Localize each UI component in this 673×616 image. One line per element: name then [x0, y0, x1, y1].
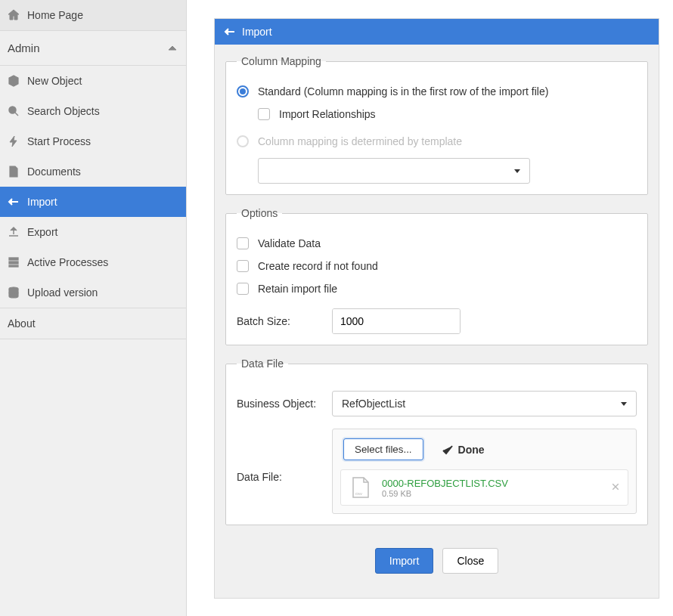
- chevron-down-icon: [621, 402, 627, 406]
- sidebar-item-label: Active Processes: [27, 256, 178, 268]
- database-icon: [8, 286, 20, 299]
- svg-rect-3: [9, 258, 18, 260]
- data-file-legend: Data File: [237, 358, 288, 370]
- business-object-select[interactable]: RefObjectList: [332, 391, 637, 416]
- business-object-row: Business Object: RefObjectList: [237, 391, 637, 416]
- import-button[interactable]: Import: [375, 548, 434, 574]
- checkbox-label: Retain import file: [258, 283, 337, 295]
- close-button[interactable]: Close: [442, 548, 498, 574]
- radio-standard[interactable]: Standard (Column mapping is in the first…: [237, 85, 637, 98]
- svg-rect-4: [9, 262, 18, 264]
- svg-line-1: [15, 113, 18, 116]
- sidebar-item-export[interactable]: Export: [0, 217, 186, 247]
- template-select[interactable]: [258, 158, 530, 184]
- sidebar-item-label: New Object: [27, 75, 178, 87]
- options-fieldset: Options Validate Data Create record if n…: [225, 207, 648, 345]
- search-icon: [8, 105, 20, 117]
- business-object-value: RefObjectList: [342, 398, 405, 410]
- panel-footer: Import Close: [225, 537, 648, 587]
- check-icon: [442, 444, 454, 456]
- data-file-fieldset: Data File Business Object: RefObjectList…: [225, 358, 648, 525]
- sidebar-section-label: Admin: [8, 42, 159, 54]
- checkbox-label: Import Relationships: [279, 108, 376, 120]
- file-name: 0000-REFOBJECTLIST.CSV: [382, 478, 602, 489]
- column-mapping-legend: Column Mapping: [237, 55, 326, 67]
- radio-template[interactable]: Column mapping is determined by template: [237, 135, 637, 147]
- radio-icon: [237, 135, 249, 147]
- document-icon: [8, 166, 20, 178]
- batch-size-label: Batch Size:: [237, 315, 321, 327]
- radio-label: Standard (Column mapping is in the first…: [258, 85, 548, 98]
- lightning-icon: [8, 135, 20, 147]
- sidebar-item-start-process[interactable]: Start Process: [0, 126, 186, 156]
- sidebar-about[interactable]: About: [0, 308, 186, 339]
- sidebar-admin-header[interactable]: Admin: [0, 31, 186, 66]
- checkbox-icon: [237, 260, 249, 272]
- sidebar-item-label: Upload version: [27, 286, 178, 299]
- checkbox-label: Create record if not found: [258, 260, 378, 272]
- checkbox-label: Validate Data: [258, 237, 321, 249]
- sidebar-label: Home Page: [27, 9, 178, 21]
- column-mapping-fieldset: Column Mapping Standard (Column mapping …: [225, 55, 648, 195]
- stack-icon: [8, 256, 20, 268]
- options-legend: Options: [237, 207, 282, 219]
- radio-icon: [237, 85, 249, 98]
- sidebar: Home Page Admin New Object Search Object…: [0, 0, 187, 616]
- batch-size-input[interactable]: [333, 309, 461, 333]
- home-icon: [8, 9, 20, 21]
- panel-header: Import: [215, 19, 659, 45]
- arrow-left-icon: [8, 196, 20, 208]
- sidebar-item-new-object[interactable]: New Object: [0, 66, 186, 96]
- panel-body: Column Mapping Standard (Column mapping …: [215, 45, 659, 598]
- sidebar-item-label: Export: [27, 226, 178, 238]
- checkbox-validate-data[interactable]: Validate Data: [237, 237, 637, 249]
- svg-rect-5: [9, 265, 18, 267]
- svg-point-0: [9, 107, 16, 113]
- cube-icon: [8, 75, 20, 87]
- data-file-label: Data File:: [237, 416, 321, 514]
- sidebar-item-label: Search Objects: [27, 105, 178, 117]
- checkbox-import-relationships[interactable]: Import Relationships: [237, 108, 637, 120]
- chevron-down-icon: [514, 169, 520, 173]
- checkbox-icon: [237, 237, 249, 249]
- radio-label: Column mapping is determined by template: [258, 135, 462, 147]
- batch-size-stepper: [332, 308, 461, 334]
- checkbox-icon: [258, 108, 270, 120]
- checkbox-retain-file[interactable]: Retain import file: [237, 283, 637, 295]
- sidebar-item-active-processes[interactable]: Active Processes: [0, 247, 186, 277]
- chevron-up-icon: [166, 42, 178, 54]
- svg-text:csv: csv: [355, 491, 362, 496]
- csv-file-icon: csv: [349, 476, 373, 499]
- sidebar-item-label: Start Process: [27, 135, 178, 147]
- sidebar-item-import[interactable]: Import: [0, 187, 186, 217]
- arrow-left-icon: [224, 26, 236, 38]
- sidebar-home[interactable]: Home Page: [0, 0, 186, 30]
- sidebar-item-documents[interactable]: Documents: [0, 156, 186, 187]
- business-object-label: Business Object:: [237, 398, 321, 410]
- checkbox-icon: [237, 283, 249, 295]
- sidebar-about-label: About: [8, 317, 178, 330]
- file-size: 0.59 KB: [382, 489, 602, 498]
- sidebar-item-label: Import: [27, 196, 178, 208]
- remove-file-button[interactable]: [611, 481, 620, 494]
- sidebar-item-upload-version[interactable]: Upload version: [0, 277, 186, 308]
- file-upload-panel: Select files... Done: [332, 429, 637, 514]
- checkbox-create-record[interactable]: Create record if not found: [237, 260, 637, 272]
- sidebar-item-label: Documents: [27, 166, 178, 178]
- import-panel: Import Column Mapping Standard (Column m…: [214, 18, 659, 599]
- done-label: Done: [458, 444, 485, 456]
- upload-done-status: Done: [442, 444, 485, 456]
- main-content: Import Column Mapping Standard (Column m…: [187, 0, 673, 616]
- panel-title: Import: [242, 26, 272, 38]
- batch-size-row: Batch Size:: [237, 308, 637, 334]
- upload-icon: [8, 226, 20, 238]
- uploaded-file-entry: csv 0000-REFOBJECTLIST.CSV 0.59 KB: [340, 469, 628, 506]
- sidebar-item-search-objects[interactable]: Search Objects: [0, 96, 186, 126]
- select-files-button[interactable]: Select files...: [343, 438, 423, 460]
